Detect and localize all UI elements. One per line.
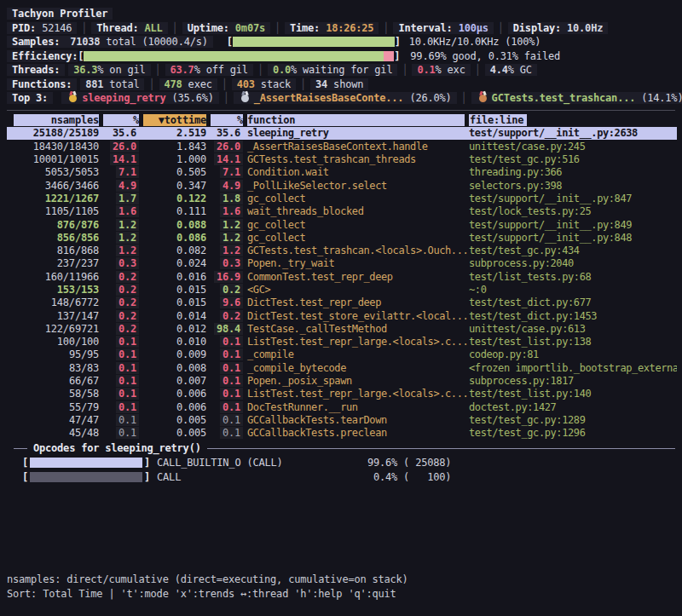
functions-items: 881 total│478 exec│403 stack│34 shown (80, 78, 368, 90)
efficiency-failed-bar (384, 51, 394, 61)
cell-pct: 1.6 (103, 205, 139, 217)
cell-tottime: 0.010 (143, 336, 206, 348)
table-row[interactable]: 122/697210.20.01298.4TestCase._callTestM… (7, 322, 677, 335)
bar-bracket: ] (394, 50, 400, 62)
rule-line (207, 448, 675, 449)
table-row[interactable]: 1105/11051.60.1111.6wait_threads_blocked… (7, 205, 677, 218)
cell-pct: 0.2 (103, 271, 139, 283)
table-row[interactable]: 58/580.10.0060.1ListTest.test_repr_large… (7, 388, 677, 400)
table-row[interactable]: 55/790.10.0060.1DocTestRunner.__rundocte… (7, 400, 677, 413)
cell-nsamples: 856/856 (14, 232, 99, 244)
separator: │ (217, 78, 232, 90)
bar-bracket: [ (78, 50, 84, 62)
cell-cum-pct: 1.2 (211, 219, 243, 231)
cell-nsamples: 18430/18430 (14, 141, 99, 153)
cell-pct: 0.1 (103, 414, 139, 426)
interval-stat: Interval: 100µs (393, 22, 493, 34)
cell-tottime: 0.111 (143, 205, 206, 217)
cell-fileline: test/lock_tests.py:25 (469, 205, 677, 217)
cell-tottime: 0.006 (143, 388, 206, 400)
table-row[interactable]: 5053/50537.10.5057.1Condition.waitthread… (7, 166, 677, 179)
cell-fileline: threading.py:366 (469, 166, 677, 178)
opcode-bar (30, 458, 142, 468)
table-row[interactable]: 816/8681.20.0821.2GCTests.test_trashcan.… (7, 244, 677, 256)
table-row[interactable]: ▸25188/2518935.62.51935.6sleeping_retryt… (7, 127, 677, 140)
cell-tottime: 0.007 (143, 375, 206, 387)
cell-fileline: <frozen importlib._bootstrap_externa (469, 362, 677, 374)
cell-function: gc_collect (247, 193, 465, 204)
cell-tottime: 0.347 (143, 180, 206, 192)
table-row[interactable]: 856/8561.20.0861.2gc_collecttest/support… (7, 231, 677, 244)
table-row[interactable]: 95/950.10.0090.1_compilecodeop.py:81 (7, 348, 677, 361)
thread-stat[interactable]: Thread: ALL (91, 22, 167, 34)
bar-bracket: [ (22, 471, 28, 483)
top3-function-name: _AssertRaisesBaseConte... (254, 92, 404, 104)
selection-cursor-icon: ▸ (1, 128, 6, 137)
cell-pct: 4.9 (103, 180, 139, 192)
top3-item[interactable]: GCTests.test_trashcan... (14.1%) (471, 92, 682, 104)
cell-cum-pct: 98.4 (211, 323, 243, 335)
separator: │ (219, 92, 234, 104)
table-row[interactable]: 1221/12671.70.1221.8gc_collecttest/suppo… (7, 192, 677, 204)
column-header-fileline[interactable]: file:line (469, 114, 677, 126)
cell-function: GCTests.test_trashcan_threads (247, 153, 465, 165)
footer: nsamples: direct/cumulative (direct=exec… (7, 572, 408, 601)
function-stat-item: 34 shown (310, 78, 368, 90)
pid-stat: PID: 52146 (7, 22, 77, 34)
cell-cum-pct: 4.9 (211, 180, 243, 192)
top3-label: Top 3: (7, 92, 53, 104)
table-row[interactable]: 66/670.10.0070.1Popen._posix_spawnsubpro… (7, 374, 677, 387)
cell-pct: 0.2 (103, 323, 139, 335)
table-row[interactable]: 148/67720.20.0159.6DictTest.test_repr_de… (7, 296, 677, 309)
top3-item[interactable]: sleeping_retry (35.6%) (61, 92, 219, 104)
function-stat-value: 34 (315, 78, 327, 90)
cell-tottime: 0.012 (143, 323, 206, 335)
top3-function-name: sleeping_retry (82, 92, 165, 104)
thread-stat-label: % exc (436, 64, 465, 76)
table-row[interactable]: 83/830.10.0080.1_compile_bytecode<frozen… (7, 361, 677, 374)
table-row[interactable]: 237/2370.30.0240.3Popen._try_waitsubproc… (7, 257, 677, 270)
threads-label: Threads: (7, 64, 65, 76)
cell-fileline: ~:0 (469, 284, 677, 296)
table-row[interactable]: 18430/1843026.01.84326.0_AssertRaisesBas… (7, 140, 677, 153)
table-row[interactable]: 876/8761.20.0881.2gc_collecttest/support… (7, 218, 677, 231)
efficiency-row: Efficiency: [] 99.69% good, 0.31% failed (7, 49, 677, 64)
cell-fileline: test/test_gc.py:434 (469, 245, 677, 256)
cell-tottime: 0.086 (143, 232, 206, 244)
column-header-cum-pct[interactable]: % (211, 114, 243, 126)
cell-pct: 1.2 (103, 219, 139, 231)
table-row[interactable]: 153/1530.20.0150.2<GC>~:0 (7, 283, 677, 296)
table-row[interactable]: 160/119660.20.01616.9CommonTest.test_rep… (7, 270, 677, 283)
top3-function-name: GCTests.test_trashcan... (492, 92, 636, 104)
column-header-tottime-sorted[interactable]: ▼tottime (143, 114, 206, 126)
table-row[interactable]: 47/470.10.0050.1GCCallbackTests.tearDown… (7, 413, 677, 426)
opcode-name: CALL (157, 471, 358, 483)
column-header-pct[interactable]: % (103, 114, 139, 126)
bar-bracket: ] (144, 457, 150, 469)
separator: │ (168, 22, 182, 34)
table-top-divider (7, 110, 675, 111)
table-row[interactable]: 45/480.10.0050.1GCCallbackTests.preclean… (7, 427, 677, 440)
uptime-stat: Uptime: 0m07s (182, 22, 270, 34)
column-header-nsamples[interactable]: nsamples (14, 114, 99, 126)
thread-stat-item: 0.0% waiting for gil (268, 64, 398, 76)
cell-cum-pct: 0.1 (211, 375, 243, 387)
top3-item[interactable]: _AssertRaisesBaseConte... (26.0%) (234, 92, 457, 104)
cell-cum-pct: 1.2 (211, 232, 243, 244)
table-row[interactable]: 10001/1001514.11.00014.1GCTests.test_tra… (7, 153, 677, 165)
table-row[interactable]: 137/1470.20.0140.2DictTest.test_store_ev… (7, 309, 677, 322)
table-row[interactable]: 100/1000.10.0100.1ListTest.test_repr_lar… (7, 336, 677, 348)
bronze-medal-icon (479, 95, 487, 102)
cell-fileline: test/test_dict.py:1453 (469, 310, 677, 322)
thread-stat-label: % waiting for gil (291, 64, 392, 76)
function-stat-label: stack (255, 78, 291, 90)
column-header-function[interactable]: function (247, 114, 465, 126)
cell-nsamples: 237/237 (14, 257, 99, 269)
functions-label: Functions: (7, 78, 77, 90)
cell-cum-pct: 1.8 (211, 193, 243, 204)
profile-table: nsamples % ▼tottime % function file:line… (7, 114, 677, 440)
table-row[interactable]: 3466/34664.90.3474.9_PollLikeSelector.se… (7, 179, 677, 192)
bar-bracket: ] (395, 36, 401, 48)
function-stat-item: 403 stack (232, 78, 296, 90)
function-stat-value: 403 (237, 78, 255, 90)
